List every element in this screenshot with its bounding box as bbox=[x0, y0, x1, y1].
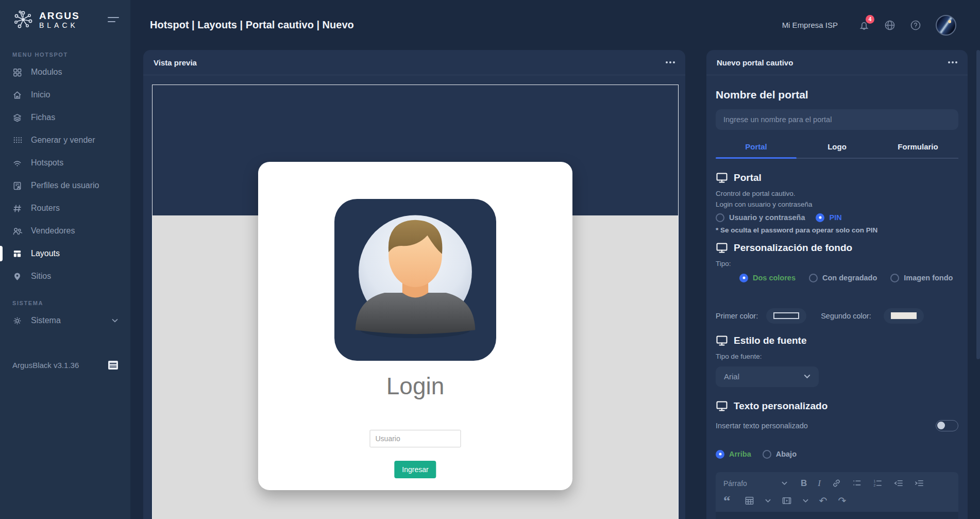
chevron-down-icon[interactable] bbox=[782, 481, 787, 485]
chevron-down-icon[interactable] bbox=[803, 499, 808, 503]
svg-text:1: 1 bbox=[873, 479, 875, 483]
version-row: ArgusBlack v3.1.36 bbox=[0, 361, 130, 370]
sidebar-item-sitios[interactable]: Sitios bbox=[0, 265, 130, 288]
blockquote-icon[interactable]: “ bbox=[723, 497, 731, 505]
indent-icon[interactable] bbox=[914, 478, 924, 488]
monitor-icon bbox=[716, 242, 728, 254]
portal-name-heading: Nombre del portal bbox=[716, 89, 958, 101]
font-type-label: Tipo de fuente: bbox=[716, 353, 958, 360]
notifications-bell-icon[interactable]: 4 bbox=[858, 19, 870, 31]
toolbar-row-1: Párrafo B I 12 bbox=[723, 477, 951, 490]
sidebar-item-label: Fichas bbox=[31, 113, 55, 122]
radio-usuario-contrasena[interactable] bbox=[716, 213, 724, 222]
radio-label-usuario[interactable]: Usuario y contraseña bbox=[729, 213, 805, 222]
sidebar-item-layouts[interactable]: Layouts bbox=[0, 242, 130, 265]
login-title: Login bbox=[258, 372, 572, 400]
sidebar-item-fichas[interactable]: Fichas bbox=[0, 106, 130, 129]
sidebar-item-label: Modulos bbox=[31, 68, 62, 77]
user-avatar[interactable] bbox=[936, 15, 956, 36]
radio-con-degradado[interactable] bbox=[809, 274, 818, 282]
custom-text-toggle-label: Insertar texto personalizado bbox=[716, 422, 808, 430]
monitor-icon bbox=[716, 335, 728, 346]
bold-button[interactable]: B bbox=[801, 478, 807, 489]
sidebar-item-modulos[interactable]: Modulos bbox=[0, 61, 130, 83]
radio-label-imagen-fondo[interactable]: Imagen fondo bbox=[904, 274, 953, 282]
redo-icon[interactable]: ↷ bbox=[838, 495, 846, 507]
preview-panel-title: Vista previa bbox=[154, 58, 197, 67]
custom-text-toggle[interactable] bbox=[936, 420, 958, 431]
link-icon[interactable] bbox=[832, 478, 841, 488]
numbered-list-icon[interactable]: 12 bbox=[873, 478, 883, 488]
bulleted-list-icon[interactable] bbox=[852, 478, 862, 488]
scrollbar-thumb[interactable] bbox=[976, 50, 980, 359]
user-profile-file-icon bbox=[12, 181, 22, 191]
portal-preview-frame: Login Ingresar bbox=[152, 85, 679, 519]
certificate-badge-icon bbox=[108, 361, 118, 370]
section-title: Portal bbox=[734, 172, 762, 183]
undo-icon[interactable]: ↶ bbox=[819, 495, 827, 507]
sidebar-item-routers[interactable]: Routers bbox=[0, 197, 130, 220]
sidebar-section-sistema: SISTEMA bbox=[0, 288, 130, 309]
font-select[interactable]: Arial bbox=[716, 366, 819, 387]
tab-portal[interactable]: Portal bbox=[716, 142, 797, 158]
editor-content-area[interactable] bbox=[716, 512, 958, 519]
tipo-label: Tipo: bbox=[716, 260, 958, 267]
tab-logo[interactable]: Logo bbox=[797, 142, 877, 158]
first-color-picker[interactable] bbox=[766, 308, 806, 324]
sidebar-item-vendedores[interactable]: Vendedores bbox=[0, 220, 130, 242]
radio-label-abajo[interactable]: Abajo bbox=[776, 450, 797, 458]
sidebar-item-perfiles-de-usuario[interactable]: Perfiles de usuario bbox=[0, 174, 130, 197]
outdent-icon[interactable] bbox=[893, 478, 903, 488]
section-title: Personalización de fondo bbox=[734, 242, 852, 254]
second-color-swatch bbox=[891, 312, 917, 319]
sidebar-item-generar-y-vender[interactable]: Generar y vender bbox=[0, 129, 130, 152]
page-scrollbar[interactable] bbox=[976, 50, 980, 519]
chevron-down-icon bbox=[112, 319, 118, 323]
monitor-icon bbox=[716, 172, 728, 183]
ellipsis-menu-icon[interactable] bbox=[948, 61, 957, 63]
preview-panel: Vista previa bbox=[143, 50, 685, 519]
sidebar-collapse-icon[interactable] bbox=[108, 17, 119, 22]
radio-pin[interactable] bbox=[816, 213, 824, 222]
chevron-down-icon[interactable] bbox=[765, 499, 771, 503]
monitor-icon bbox=[716, 400, 728, 412]
globe-icon[interactable] bbox=[884, 19, 896, 31]
second-color-picker[interactable] bbox=[884, 308, 924, 324]
editor-toolbar: Párrafo B I 12 bbox=[716, 472, 958, 512]
sidebar-item-label: Sistema bbox=[31, 316, 61, 325]
config-panel-title: Nuevo portal cautivo bbox=[717, 58, 793, 67]
section-title: Texto personalizado bbox=[734, 400, 827, 412]
login-username-input[interactable] bbox=[370, 430, 461, 447]
insert-media-icon[interactable] bbox=[782, 496, 792, 506]
radio-label-arriba[interactable]: Arriba bbox=[729, 450, 751, 458]
tab-formulario[interactable]: Formulario bbox=[877, 142, 958, 158]
portal-name-input[interactable] bbox=[716, 109, 958, 130]
sidebar-item-sistema[interactable]: Sistema bbox=[0, 309, 130, 332]
login-mode-options: Usuario y contraseña PIN bbox=[716, 213, 958, 222]
login-avatar-image bbox=[334, 199, 496, 361]
radio-label-dos-colores[interactable]: Dos colores bbox=[753, 274, 796, 282]
radio-label-con-degradado[interactable]: Con degradado bbox=[822, 274, 877, 282]
radio-label-pin[interactable]: PIN bbox=[829, 213, 841, 222]
preview-login-card: Login Ingresar bbox=[258, 162, 572, 490]
notification-count-badge: 4 bbox=[866, 15, 874, 24]
config-tabs: Portal Logo Formulario bbox=[716, 142, 958, 159]
radio-arriba[interactable] bbox=[716, 450, 724, 459]
help-icon[interactable] bbox=[909, 19, 922, 31]
radio-abajo[interactable] bbox=[763, 450, 771, 459]
wifi-icon bbox=[12, 158, 22, 168]
insert-table-icon[interactable] bbox=[745, 496, 754, 506]
grid-icon bbox=[12, 68, 22, 77]
custom-text-section-heading: Texto personalizado bbox=[716, 400, 958, 412]
radio-dos-colores[interactable] bbox=[739, 274, 748, 282]
sidebar-item-inicio[interactable]: Inicio bbox=[0, 83, 130, 106]
sidebar: ARGUS BLACK MENU HOTSPOT Modulos Inicio … bbox=[0, 0, 130, 519]
italic-button[interactable]: I bbox=[818, 478, 821, 489]
radio-imagen-fondo[interactable] bbox=[890, 274, 899, 282]
dots-grid-icon bbox=[12, 136, 22, 145]
sidebar-item-hotspots[interactable]: Hotspots bbox=[0, 152, 130, 174]
sidebar-item-label: Perfiles de usuario bbox=[31, 181, 99, 190]
login-submit-button[interactable]: Ingresar bbox=[394, 461, 436, 478]
ellipsis-menu-icon[interactable] bbox=[666, 61, 675, 63]
paragraph-style-dropdown[interactable]: Párrafo bbox=[723, 479, 771, 488]
